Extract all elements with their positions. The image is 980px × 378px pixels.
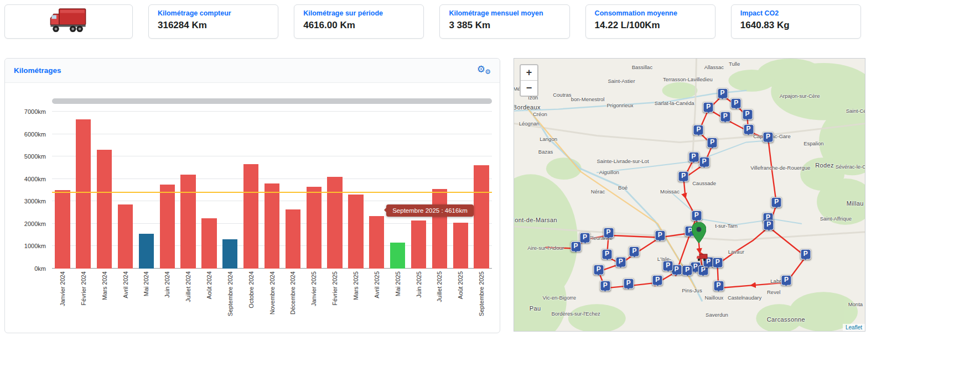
bar-slot [262,112,283,269]
bar-Mars 2024[interactable] [97,150,112,269]
bar-slot [303,112,324,269]
parking-marker-icon[interactable]: P [764,219,774,230]
parking-marker-icon[interactable]: P [615,256,626,267]
stat-cards-row: Kilométrage compteur 316284 Km Kilométra… [4,4,861,39]
zoom-in-button[interactable]: + [521,65,537,81]
vehicle-card[interactable] [4,4,133,39]
bar-Décembre 2024[interactable] [286,209,300,269]
bar-Novembre 2024[interactable] [265,183,279,269]
y-axis-tick: 7000km [24,108,46,115]
parking-marker-icon[interactable]: P [693,124,704,135]
map-tiles [514,59,865,331]
x-axis-label: Mai 2025 [395,271,401,296]
bar-Janvier 2024[interactable] [55,190,70,269]
x-axis-label: Avril 2025 [374,271,380,298]
parking-marker-icon[interactable]: P [781,275,791,286]
parking-marker-icon[interactable]: P [699,157,709,167]
parking-marker-icon[interactable]: P [629,246,640,257]
parking-marker-icon[interactable]: P [717,88,728,98]
leaflet-map[interactable]: TulleAllassacBassillacSaint-AstierTerras… [514,58,865,332]
bar-slot [471,112,492,269]
x-axis-label: Octobre 2024 [248,271,255,308]
bar-slot [199,112,220,269]
vehicle-position-icon[interactable] [697,254,708,264]
chart-title: Kilométrages [14,66,61,75]
parking-marker-icon[interactable]: P [602,249,613,260]
bar-Août 2025[interactable] [453,223,468,269]
bar-Octobre 2024[interactable] [243,164,258,269]
parking-marker-icon[interactable]: P [713,281,724,291]
x-axis-labels: Janvier 2024Février 2024Mars 2024Avril 2… [52,271,492,330]
parking-marker-icon[interactable]: P [682,265,693,275]
bar-Juin 2024[interactable] [160,185,175,269]
stat-card-kilometrage-periode: Kilométrage sur période 4616.00 Km [294,4,424,39]
parking-marker-icon[interactable]: P [571,241,581,251]
x-axis-label: Juin 2024 [164,271,170,298]
parking-marker-icon[interactable]: P [707,138,718,148]
bar-Février 2024[interactable] [76,119,91,269]
parking-marker-icon[interactable]: P [652,275,663,286]
chart-range-scrollbar[interactable] [52,98,492,104]
bar-Mars 2025[interactable] [348,195,363,269]
map-attribution[interactable]: Leaflet [843,324,865,331]
bar-Mai 2025[interactable] [390,243,405,269]
parking-marker-icon[interactable]: P [600,281,610,291]
parking-marker-icon[interactable]: P [742,109,753,119]
average-line [52,192,492,193]
parking-marker-icon[interactable]: P [663,260,673,271]
chart-tooltip: Septembre 2025 : 4616km [386,204,474,217]
bar-Juin 2025[interactable] [411,221,426,269]
bar-Mai 2024[interactable] [139,234,154,269]
bar-Septembre 2024[interactable] [222,239,237,269]
bar-Avril 2025[interactable] [369,216,384,269]
parking-marker-icon[interactable]: P [688,152,699,162]
x-slot: Mai 2024 [136,271,157,330]
stat-card-impact-co2: Impact CO2 1640.83 Kg [731,4,861,39]
bar-slot [387,112,408,269]
x-axis-label: Mars 2024 [101,271,108,300]
parking-marker-icon[interactable]: P [623,279,634,289]
parking-marker-icon[interactable]: P [593,264,604,275]
settings-gears-icon[interactable]: ⚙⚙ [474,64,491,77]
bar-slot [178,112,199,269]
y-axis-tick: 3000km [24,198,46,204]
parking-marker-icon[interactable]: P [731,98,742,108]
parking-marker-icon[interactable]: P [655,230,665,241]
stat-title: Kilométrage sur période [303,9,414,17]
bar-Septembre 2025[interactable] [474,165,489,269]
location-pin-icon[interactable] [692,222,706,245]
parking-marker-icon[interactable]: P [678,171,689,182]
x-axis-label: Janvier 2025 [310,271,317,306]
parking-marker-icon[interactable]: P [763,132,774,143]
bar-Avril 2024[interactable] [118,204,133,269]
y-axis-tick: 1000km [24,243,46,249]
parking-marker-icon[interactable]: P [703,102,714,112]
parking-marker-icon[interactable]: P [800,249,811,260]
parking-marker-icon[interactable]: P [580,233,590,243]
zoom-out-button[interactable]: − [521,81,537,96]
parking-marker-icon[interactable]: P [691,211,702,221]
x-slot: Janvier 2025 [303,271,324,330]
parking-marker-icon[interactable]: P [603,228,614,238]
parking-marker-icon[interactable]: P [720,112,730,122]
bar-Août 2024[interactable] [201,218,216,269]
parking-marker-icon[interactable]: P [743,124,754,134]
bar-slot [52,112,73,269]
parking-marker-icon[interactable]: P [712,257,723,267]
bar-slot [429,112,450,269]
x-axis-label: Août 2024 [206,271,212,299]
x-axis-label: Août 2025 [457,271,464,299]
x-slot: Février 2025 [324,271,345,330]
y-axis: 0km1000km2000km3000km4000km5000km6000km7… [5,112,49,269]
chart-body: 0km1000km2000km3000km4000km5000km6000km7… [5,83,500,333]
bar-Janvier 2025[interactable] [307,187,322,269]
bar-Juillet 2024[interactable] [180,175,195,269]
bar-Février 2025[interactable] [327,177,342,269]
x-slot: Août 2025 [450,271,471,330]
parking-marker-icon[interactable]: P [771,197,782,207]
stat-card-kilometrage-mensuel: Kilométrage mensuel moyen 3 385 Km [439,4,569,39]
x-slot: Août 2024 [199,271,220,330]
bar-Juillet 2025[interactable] [432,189,447,269]
x-axis-label: Juin 2025 [416,271,422,298]
chart-header: Kilométrages ⚙⚙ [5,59,500,83]
